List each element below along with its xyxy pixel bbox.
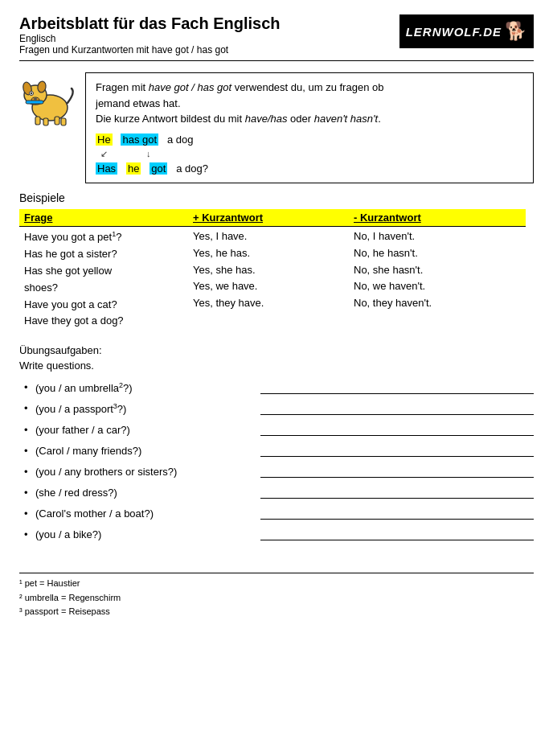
example-row2: Has he got a dog?: [96, 161, 523, 177]
plus-col: Yes, I have. Yes, he has. Yes, she has. …: [188, 227, 349, 331]
exercise-line-2[interactable]: [260, 401, 534, 415]
got-highlight: got: [150, 162, 167, 175]
info-line2: jemand etwas hat.: [96, 96, 523, 112]
has-got-highlight: has got: [121, 134, 158, 146]
plus-row-5: Yes, they have.: [193, 295, 344, 312]
header-divider: [19, 60, 534, 61]
svg-rect-9: [43, 118, 48, 125]
exercise-question-7: (Carol's mother / a boat?): [19, 507, 244, 520]
plus-row-4: Yes, we have.: [193, 278, 344, 295]
exercise-row-3: (your father / a car?): [19, 421, 534, 436]
exercise-row-6: (she / red dress?): [19, 484, 534, 499]
topic: Fragen und Kurzantworten mit have got / …: [19, 44, 399, 55]
dog-mascot: [19, 72, 77, 127]
exercise-line-3[interactable]: [260, 421, 534, 436]
minus-col: No, I haven't. No, he hasn't. No, she ha…: [349, 227, 526, 331]
svg-rect-10: [55, 117, 59, 125]
exercise-question-2: (you / a passport3?): [19, 402, 244, 415]
footnote-section: ¹ pet = Haustier ² umbrella = Regenschir…: [19, 573, 534, 619]
has-highlight: Has: [96, 162, 117, 175]
plus-row-3: Yes, she has.: [193, 262, 344, 279]
svg-point-7: [34, 98, 37, 101]
examples-grid: Frage + Kurzantwort - Kurzantwort Have y…: [19, 209, 534, 331]
exercise-row-2: (you / a passport3?): [19, 401, 534, 415]
frage-col: Have you got a pet1? Has he got a sister…: [19, 227, 188, 331]
minus-row-1: No, I haven't.: [354, 228, 521, 245]
minus-row-5: No, they haven't.: [354, 295, 521, 312]
exercise-question-8: (you / a bike?): [19, 528, 244, 540]
uebung-label: Übungsaufgaben:: [19, 344, 534, 356]
arrow-left: ↙: [100, 147, 108, 161]
logo: LernWolf.de 🐕: [399, 14, 534, 48]
footnote-2: ² umbrella = Regenschirm: [19, 591, 534, 606]
info-italic1: have got / has got: [149, 81, 231, 93]
svg-rect-11: [61, 118, 66, 125]
exercise-row-1: (you / an umbrella2?): [19, 380, 534, 394]
minus-header: - Kurzantwort: [349, 209, 526, 227]
svg-point-5: [31, 92, 32, 94]
exercise-question-1: (you / an umbrella2?): [19, 381, 244, 394]
exercise-line-6[interactable]: [260, 484, 534, 499]
footnote-3: ³ passport = Reisepass: [19, 605, 534, 619]
he2-highlight: he: [126, 162, 141, 175]
exercise-line-1[interactable]: [260, 380, 534, 394]
exercise-line-8[interactable]: [260, 526, 534, 540]
example-row1: He has got a dog: [96, 132, 523, 148]
minus-row-3: No, she hasn't.: [354, 262, 521, 279]
exercise-question-3: (your father / a car?): [19, 424, 244, 436]
frage-row-2: Has he got a sister?: [24, 246, 183, 263]
logo-text: LernWolf.de: [406, 25, 502, 39]
page-title: Arbeitsblatt für das Fach Englisch: [19, 14, 399, 33]
exercise-row-7: (Carol's mother / a boat?): [19, 505, 534, 520]
frage-row-4: Have you got a cat?: [24, 297, 183, 314]
plus-row-1: Yes, I have.: [193, 228, 344, 245]
footnote-1: ¹ pet = Haustier: [19, 577, 534, 591]
info-line3: Die kurze Antwort bildest du mit have/ha…: [96, 111, 523, 127]
exercise-row-8: (you / a bike?): [19, 526, 534, 540]
info-box: Fragen mit have got / has got verwendest…: [85, 72, 534, 183]
section-label: Beispiele: [19, 191, 534, 204]
exercise-line-4[interactable]: [260, 442, 534, 457]
exercise-question-4: (Carol / many friends?): [19, 445, 244, 457]
svg-rect-8: [35, 117, 40, 125]
arrow-right: ↓: [146, 147, 151, 161]
minus-row-4: No, we haven't.: [354, 278, 521, 295]
exercise-line-5[interactable]: [260, 463, 534, 478]
minus-row-2: No, he hasn't.: [354, 245, 521, 262]
exercise-row-4: (Carol / many friends?): [19, 442, 534, 457]
subtitle: Englisch: [19, 33, 399, 44]
uebung-section: Übungsaufgaben: Write questions. (you / …: [19, 344, 534, 540]
exercise-row-5: (you / any brothers or sisters?): [19, 463, 534, 478]
arrow-hints: ↙ ↓: [97, 147, 523, 161]
frage-row-5: Have they got a dog?: [24, 313, 183, 330]
exercise-question-6: (she / red dress?): [19, 487, 244, 499]
svg-rect-12: [26, 101, 43, 104]
plus-row-2: Yes, he has.: [193, 245, 344, 262]
frage-header: Frage: [19, 209, 188, 227]
info-line1: Fragen mit have got / has got verwendest…: [96, 80, 523, 96]
info-section: Fragen mit have got / has got verwendest…: [19, 72, 534, 183]
frage-row-1: Have you got a pet1?: [24, 228, 183, 246]
logo-dog-icon: 🐕: [505, 21, 527, 42]
he-highlight: He: [96, 134, 113, 146]
frage-row-3: Has she got yellowshoes?: [24, 263, 183, 297]
plus-header: + Kurzantwort: [188, 209, 349, 227]
write-instruction: Write questions.: [19, 360, 534, 372]
exercise-line-7[interactable]: [260, 505, 534, 520]
exercise-question-5: (you / any brothers or sisters?): [19, 466, 244, 478]
